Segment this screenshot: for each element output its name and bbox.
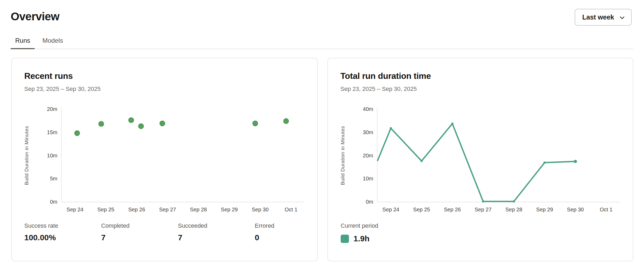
stat-value: 7 <box>178 233 255 242</box>
x-tick-label: Sep 26 <box>128 207 145 212</box>
tab-bar: Runs Models <box>11 35 633 49</box>
x-tick-label: Sep 29 <box>536 207 553 212</box>
run-scatter-point[interactable] <box>129 118 134 123</box>
chevron-down-icon <box>619 14 625 21</box>
line-data-point[interactable] <box>390 127 392 129</box>
x-tick-label: Sep 29 <box>221 207 238 212</box>
y-tick-label: 20m <box>47 106 57 112</box>
line-data-point[interactable] <box>420 160 423 162</box>
y-axis-title: Build Duration in Minutes <box>340 126 345 185</box>
run-scatter-point[interactable] <box>160 121 165 126</box>
stat-label: Success rate <box>24 222 101 229</box>
y-tick-label: 10m <box>363 176 373 181</box>
line-data-point[interactable] <box>543 161 546 164</box>
y-tick-label: 40m <box>363 106 373 112</box>
y-tick-label: 10m <box>47 153 57 158</box>
stat-value: 0 <box>255 233 332 242</box>
total-run-duration-card: Total run duration time Sep 23, 2025 – S… <box>327 58 633 261</box>
stat-errored: Errored 0 <box>255 222 332 242</box>
x-tick-label: Sep 24 <box>66 207 83 212</box>
y-axis-title: Build Duration in Minutes <box>24 126 29 185</box>
card-title: Recent runs <box>24 71 73 81</box>
run-scatter-point[interactable] <box>253 121 258 126</box>
stat-label: Errored <box>255 222 332 229</box>
x-tick-label: Sep 26 <box>444 207 461 212</box>
y-tick-label: 30m <box>363 129 373 135</box>
run-scatter-point[interactable] <box>75 131 80 136</box>
x-tick-label: Sep 30 <box>252 207 269 212</box>
total-run-duration-line-chart: 0m10m20m30m40mSep 24Sep 25Sep 26Sep 27Se… <box>328 102 634 218</box>
period-selector-value: Last week <box>582 13 614 21</box>
x-tick-label: Oct 1 <box>600 207 613 212</box>
legend-swatch <box>341 235 349 243</box>
legend-label: Current period <box>341 222 378 229</box>
y-tick-label: 15m <box>47 129 57 135</box>
tab-runs[interactable]: Runs <box>11 37 35 49</box>
legend-value: 1.9h <box>353 234 369 243</box>
stats-row: Success rate 100.00% Completed 7 Succeed… <box>24 222 332 242</box>
stat-label: Completed <box>101 222 178 229</box>
stat-value: 100.00% <box>24 233 101 242</box>
line-data-point[interactable] <box>513 200 515 202</box>
x-tick-label: Sep 28 <box>506 207 522 212</box>
stat-label: Succeeded <box>178 222 255 229</box>
card-date-range: Sep 23, 2025 – Sep 30, 2025 <box>24 86 101 92</box>
x-tick-label: Sep 24 <box>382 207 399 212</box>
run-scatter-point[interactable] <box>99 121 104 126</box>
x-tick-label: Sep 30 <box>567 207 584 212</box>
y-tick-label: 20m <box>363 153 373 158</box>
stat-value: 7 <box>101 233 178 242</box>
x-tick-label: Sep 27 <box>475 207 491 212</box>
page-title: Overview <box>11 11 59 22</box>
x-tick-label: Sep 28 <box>190 207 207 212</box>
x-tick-label: Sep 25 <box>413 207 430 212</box>
legend-row: 1.9h <box>341 234 378 243</box>
y-tick-label: 5m <box>50 176 57 181</box>
stat-completed: Completed 7 <box>101 222 178 242</box>
run-scatter-point[interactable] <box>138 124 144 129</box>
recent-runs-card: Recent runs Sep 23, 2025 – Sep 30, 2025 … <box>11 58 318 261</box>
period-selector[interactable]: Last week <box>575 9 632 26</box>
run-scatter-point[interactable] <box>284 119 289 124</box>
tab-models[interactable]: Models <box>38 37 67 49</box>
line-data-point[interactable] <box>574 160 577 163</box>
y-tick-label: 0m <box>366 199 373 205</box>
stat-succeeded: Succeeded 7 <box>178 222 255 242</box>
x-tick-label: Sep 25 <box>97 207 114 212</box>
card-date-range: Sep 23, 2025 – Sep 30, 2025 <box>340 86 417 92</box>
overview-page: Overview Last week Runs Models Recent ru… <box>0 0 644 279</box>
x-tick-label: Sep 27 <box>159 207 176 212</box>
line-data-point[interactable] <box>451 122 453 125</box>
stat-success-rate: Success rate 100.00% <box>24 222 101 242</box>
chart-legend: Current period 1.9h <box>341 222 378 243</box>
recent-runs-scatter-chart: 0m5m10m15m20mSep 24Sep 25Sep 26Sep 27Sep… <box>12 102 318 218</box>
x-tick-label: Oct 1 <box>285 207 297 212</box>
y-tick-label: 0m <box>50 199 57 205</box>
card-title: Total run duration time <box>340 71 431 81</box>
line-data-point[interactable] <box>482 200 484 202</box>
